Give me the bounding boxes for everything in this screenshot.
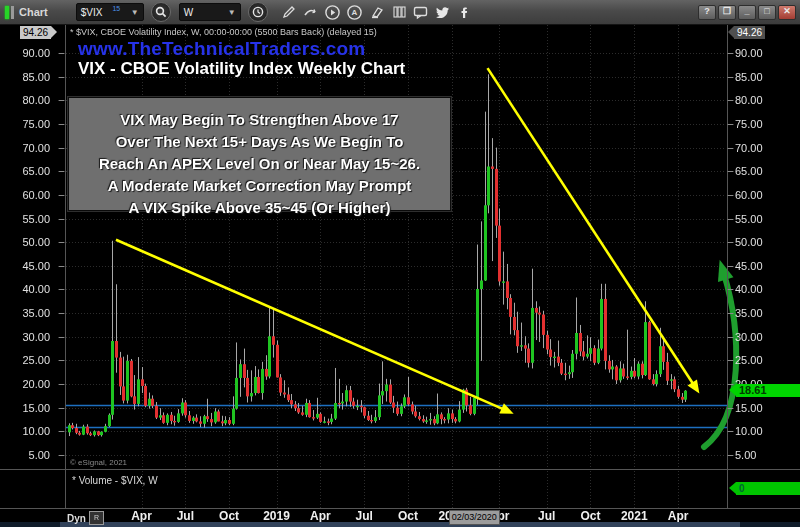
scrollbar-thumb[interactable] <box>60 522 740 527</box>
volume-last-tag: 0 <box>736 482 800 495</box>
twitter-share-button[interactable] <box>433 2 453 22</box>
price-tick-label: 30.00 <box>735 331 763 343</box>
date-tick-label: Jul <box>355 509 372 523</box>
draw-tool-button[interactable] <box>279 2 299 22</box>
date-tick-label: Apr <box>310 509 331 523</box>
price-tick-label: 10.00 <box>735 425 763 437</box>
eraser-button[interactable] <box>367 2 387 22</box>
copyright-watermark: © eSignal, 2021 <box>70 458 127 467</box>
price-tick-label: 65.00 <box>735 165 763 177</box>
columns-icon <box>391 4 407 20</box>
price-tick-label: 80.00 <box>22 94 50 106</box>
symbol-value: $VIX <box>81 7 103 18</box>
price-tick-label: 15.00 <box>735 402 763 414</box>
toolbar: Chart $VIX 15 ▼ W ▼ <box>0 0 800 25</box>
help-button[interactable]: ? <box>698 5 716 20</box>
curve-arrow-icon <box>302 4 319 21</box>
chevron-down-icon[interactable]: ▼ <box>131 8 139 17</box>
price-tick-label: 75.00 <box>735 118 763 130</box>
status-led2-icon <box>11 6 14 19</box>
chart-window: Chart $VIX 15 ▼ W ▼ <box>0 0 800 527</box>
dyn-time-template[interactable]: Dyn R <box>67 511 104 525</box>
price-tick-label: 80.00 <box>735 94 763 106</box>
status-led-icon <box>5 6 9 19</box>
alerts-button[interactable]: A <box>345 2 365 22</box>
minimize-button[interactable]: _ <box>738 5 756 20</box>
restore-button[interactable]: ❐ <box>718 5 736 20</box>
price-tick-label: 90.00 <box>22 47 50 59</box>
facebook-share-button[interactable] <box>455 2 475 22</box>
price-axis-left[interactable]: 5.0010.0015.0020.0025.0030.0035.0040.004… <box>0 0 58 527</box>
date-tick-label: Apr <box>131 509 152 523</box>
interval-input[interactable]: W ▼ <box>179 3 241 21</box>
period-high-tag-left: 94.26 <box>20 26 51 39</box>
date-tick-label: Jul <box>538 509 555 523</box>
price-tick-label: 90.00 <box>735 47 763 59</box>
date-tick-label: 2019 <box>263 509 290 523</box>
svg-text:A: A <box>352 8 358 17</box>
date-tick-label: 2021 <box>621 509 648 523</box>
price-tick-label: 50.00 <box>735 236 763 248</box>
symbol-input[interactable]: $VIX 15 ▼ <box>76 3 144 21</box>
facebook-icon <box>457 5 472 20</box>
last-price-tag: 18.61 <box>736 384 800 397</box>
price-tick-label: 45.00 <box>735 260 763 272</box>
magnifier-icon <box>155 6 167 18</box>
chat-bubble-icon <box>412 4 429 21</box>
volume-panel-label: * Volume - $VIX, W <box>72 475 158 486</box>
chevron-down-icon[interactable]: ▼ <box>228 8 236 17</box>
price-tick-label: 50.00 <box>22 236 50 248</box>
replay-button[interactable] <box>301 2 321 22</box>
close-button[interactable]: ✕ <box>778 5 796 20</box>
price-tick-label: 55.00 <box>22 213 50 225</box>
annotation-line: Reach An APEX Level On or Near May 15~26… <box>69 153 450 175</box>
annotation-text-box[interactable]: VIX May Begin To Strengthen Above 17 Ove… <box>68 97 451 211</box>
annotation-line: VIX May Begin To Strengthen Above 17 <box>69 109 450 131</box>
time-template-icon[interactable]: R <box>89 511 104 525</box>
twitter-icon <box>434 4 451 21</box>
price-tick-label: 30.00 <box>22 331 50 343</box>
window-controls: ? ❐ _ □ ✕ <box>698 5 796 20</box>
price-chart-plot[interactable] <box>0 0 800 527</box>
price-tick-label: 60.00 <box>735 189 763 201</box>
price-tick-label: 85.00 <box>22 71 50 83</box>
play-circle-icon <box>324 4 341 21</box>
eraser-icon <box>369 4 385 20</box>
price-tick-label: 40.00 <box>735 283 763 295</box>
price-tick-label: 60.00 <box>22 189 50 201</box>
chart-title: VIX - CBOE Volatility Index Weekly Chart <box>78 59 405 79</box>
date-marker-box: 02/03/2020 <box>449 510 500 525</box>
date-tick-label: Oct <box>219 509 239 523</box>
play-button[interactable] <box>323 2 343 22</box>
date-tick-label: Jul <box>177 509 194 523</box>
maximize-button[interactable]: □ <box>758 5 776 20</box>
price-tick-label: 40.00 <box>22 283 50 295</box>
website-link[interactable]: www.TheTechnicalTraders.com <box>78 38 365 60</box>
price-tick-label: 15.00 <box>22 402 50 414</box>
toolbar-icons: A <box>278 2 476 22</box>
date-tick-label: Oct <box>580 509 600 523</box>
price-tick-label: 85.00 <box>735 71 763 83</box>
price-tick-label: 65.00 <box>22 165 50 177</box>
price-tick-label: 25.00 <box>735 354 763 366</box>
period-high-tag-right: 94.26 <box>734 26 765 39</box>
date-tick-label: Apr <box>668 509 689 523</box>
price-tick-label: 70.00 <box>735 142 763 154</box>
layout-columns-button[interactable] <box>389 2 409 22</box>
date-tick-label: Oct <box>398 509 418 523</box>
symbol-lookup-button[interactable] <box>151 2 171 22</box>
horizontal-scrollbar[interactable] <box>0 522 800 527</box>
price-tick-label: 35.00 <box>22 307 50 319</box>
chart-info-line: * $VIX, CBOE Volatility Index, W, 00:00-… <box>70 27 377 37</box>
price-tick-label: 45.00 <box>22 260 50 272</box>
time-settings-button[interactable] <box>248 2 268 22</box>
delay-badge: 15 <box>112 5 120 12</box>
price-axis-right[interactable]: 5.0010.0015.0020.0025.0030.0035.0040.004… <box>734 0 800 527</box>
annotation-line: A Moderate Market Correction May Prompt <box>69 175 450 197</box>
alert-circle-icon: A <box>346 4 363 21</box>
annotation-line: A VIX Spike Above 35~45 (Or Higher) <box>69 197 450 219</box>
annotation-line: Over The Next 15+ Days As We Begin To <box>69 131 450 153</box>
chat-button[interactable] <box>411 2 431 22</box>
price-tick-label: 25.00 <box>22 354 50 366</box>
chart-tab[interactable]: Chart <box>19 6 48 18</box>
